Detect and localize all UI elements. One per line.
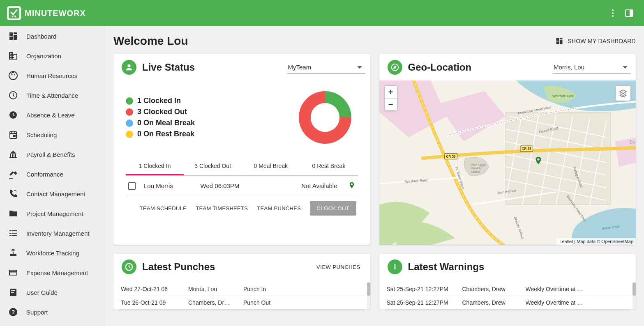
sidebar-item-conformance[interactable]: Conformance [0, 164, 105, 184]
event-icon [8, 130, 18, 140]
sidebar-item-time[interactable]: Time & Attendance [0, 85, 105, 105]
map[interactable]: CR 36 CR 35 Riverside Park Pembroke Stre… [379, 80, 636, 245]
svg-rect-29 [13, 252, 14, 254]
svg-point-13 [14, 74, 15, 76]
card-title: Geo-Location [408, 62, 472, 73]
svg-rect-38 [560, 38, 563, 39]
scrollbar[interactable] [632, 282, 636, 310]
cell-event: Punch Out [243, 299, 363, 306]
cell-date: Wed 27-Oct-21 06 [121, 286, 182, 292]
geo-filter-select[interactable]: Morris, Lou [553, 61, 631, 73]
svg-rect-33 [11, 290, 15, 291]
svg-rect-23 [9, 230, 11, 231]
cell-date: Sat 25-Sep-21 12:27PM [387, 286, 457, 292]
sidebar-item-inventory[interactable]: Inventory Management [0, 223, 105, 243]
svg-rect-31 [9, 270, 17, 275]
cell-name: Morris, Lou [188, 286, 238, 292]
map-layers-button[interactable] [615, 85, 631, 101]
page-title: Welcome Lou [113, 34, 188, 48]
cell-date: Sat 25-Sep-21 12:27PM [387, 299, 457, 306]
panel-toggle-button[interactable] [621, 5, 637, 21]
panel-icon [624, 8, 634, 18]
dot-clocked-out-icon [126, 108, 133, 116]
more-vert-icon [608, 8, 618, 18]
tab-rest-break[interactable]: 0 Rest Break [300, 158, 358, 175]
sidebar-item-contact[interactable]: Contact Management [0, 184, 105, 204]
list-row[interactable]: Tue 26-Oct-21 09Chambers, Dr…Punch Out [119, 296, 365, 310]
svg-rect-39 [560, 40, 563, 44]
logo-icon [7, 6, 21, 21]
tab-meal-break[interactable]: 0 Meal Break [242, 158, 300, 175]
svg-rect-75 [394, 266, 395, 269]
app-logo[interactable]: MINUTEWORX [7, 6, 86, 21]
team-punches-link[interactable]: TEAM PUNCHES [257, 205, 301, 211]
person-row: Lou Morris Wed 06:03PM Not Available [126, 176, 358, 196]
team-schedule-link[interactable]: TEAM SCHEDULE [140, 205, 187, 211]
face-icon [8, 71, 18, 80]
sidebar-label: User Guide [26, 289, 58, 296]
svg-rect-30 [10, 254, 16, 256]
list-row[interactable]: Sat 25-Sep-21 12:27PMChambers, DrewWeekl… [385, 282, 630, 296]
scrollbar[interactable] [367, 282, 370, 310]
dot-meal-break-icon [126, 119, 133, 127]
list-row[interactable]: Wed 27-Oct-21 06Morris, LouPunch In [119, 282, 365, 296]
sidebar-item-support[interactable]: ?Support [0, 302, 105, 322]
view-punches-link[interactable]: VIEW PUNCHES [315, 261, 362, 273]
zoom-in-button[interactable]: + [385, 86, 397, 98]
legend-label: 0 On Meal Break [137, 119, 195, 127]
card-icon [8, 268, 18, 278]
sidebar-item-absence[interactable]: Absence & Leave [0, 105, 105, 125]
live-status-donut-chart [292, 85, 358, 150]
zoom-out-button[interactable]: − [385, 98, 397, 110]
svg-rect-37 [556, 38, 559, 41]
sidebar-item-payroll[interactable]: Payroll & Benefits [0, 145, 105, 164]
punches-list: Wed 27-Oct-21 06Morris, LouPunch In Tue … [113, 280, 370, 310]
legend-label: 0 On Rest Break [137, 130, 194, 138]
sidebar-item-organization[interactable]: Organization [0, 46, 105, 66]
sidebar-label: Scheduling [26, 131, 57, 138]
svg-rect-18 [10, 154, 11, 157]
team-timesheets-link[interactable]: TEAM TIMESHEETS [196, 205, 248, 211]
cell-event: Punch In [243, 286, 363, 292]
sidebar-item-userguide[interactable]: User Guide [0, 282, 105, 302]
sidebar-label: Workforce Tracking [26, 250, 79, 257]
sidebar-label: Expense Management [26, 269, 88, 276]
more-menu-button[interactable] [605, 5, 621, 21]
live-filter-select[interactable]: MyTeam [287, 61, 365, 73]
list-icon [8, 228, 18, 238]
router-icon [8, 248, 18, 258]
cell-warning: Weekly Overtime at … [526, 299, 629, 306]
svg-rect-21 [15, 154, 16, 157]
app-name: MINUTEWORX [25, 9, 86, 18]
svg-point-3 [612, 12, 614, 14]
sidebar-item-expense[interactable]: Expense Management [0, 263, 105, 282]
sidebar-item-scheduling[interactable]: Scheduling [0, 125, 105, 145]
show-my-dashboard-button[interactable]: SHOW MY DASHBOARD [555, 37, 636, 45]
business-icon [8, 51, 18, 61]
show-dashboard-label: SHOW MY DASHBOARD [568, 38, 636, 44]
bank-icon [8, 149, 18, 159]
folder-icon [8, 209, 18, 218]
svg-rect-40 [556, 41, 559, 44]
map-attribution: Leaflet | Map data © OpenStreetMap [557, 238, 636, 245]
person-icon [122, 60, 136, 75]
svg-rect-28 [12, 235, 17, 236]
sidebar-item-project[interactable]: Project Management [0, 204, 105, 223]
info-icon [388, 259, 402, 274]
location-pin-icon[interactable] [346, 181, 355, 191]
sidebar-item-workforce[interactable]: Workforce Tracking [0, 243, 105, 263]
sidebar-item-hr[interactable]: Human Resources [0, 66, 105, 85]
list-row[interactable]: Sat 25-Sep-21 12:27PMChambers, DrewWeekl… [385, 296, 630, 310]
clock-out-button[interactable]: CLOCK OUT [310, 201, 356, 216]
cell-warning: Weekly Overtime at … [526, 286, 629, 292]
svg-rect-25 [9, 233, 11, 234]
svg-rect-26 [12, 233, 17, 234]
sidebar-item-dashboard[interactable]: Dashboard [0, 26, 105, 46]
svg-point-2 [612, 9, 614, 11]
person-checkbox[interactable] [128, 182, 136, 190]
tab-clocked-out[interactable]: 3 Clocked Out [184, 158, 242, 175]
svg-rect-7 [9, 32, 13, 36]
book-icon [8, 287, 18, 297]
layers-icon [619, 89, 628, 98]
tab-clocked-in[interactable]: 1 Clocked In [126, 158, 184, 175]
